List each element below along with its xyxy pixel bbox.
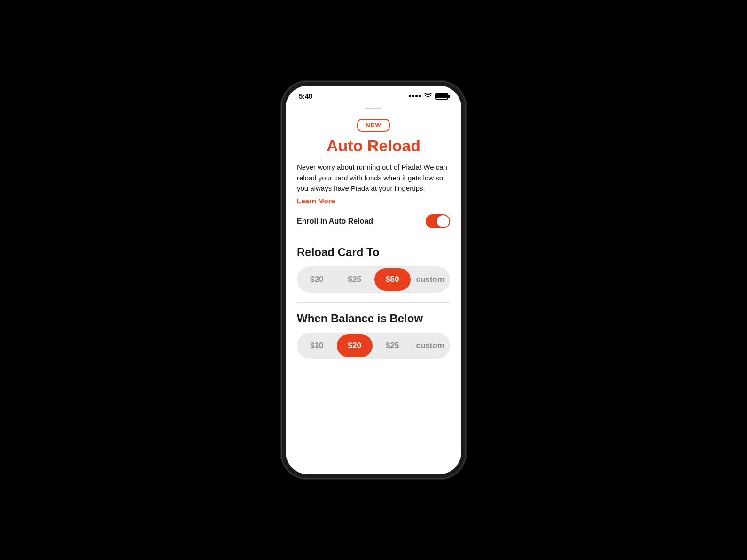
status-icons [409, 93, 448, 100]
battery-icon [435, 93, 448, 100]
status-bar: 5:40 [286, 86, 461, 104]
reload-amount-50[interactable]: $50 [374, 268, 411, 291]
divider-2 [297, 302, 450, 303]
description-text: Never worry about running out of Piada! … [297, 162, 450, 194]
wifi-icon [424, 93, 432, 100]
balance-amount-group: $10 $20 $25 custom [297, 333, 450, 359]
new-badge: NEW [357, 119, 389, 132]
balance-amount-custom[interactable]: custom [412, 334, 449, 357]
signal-icon [409, 95, 421, 97]
status-time: 5:40 [299, 92, 312, 100]
reload-card-section-title: Reload Card To [297, 246, 450, 259]
phone-frame: 5:40 [282, 82, 465, 478]
auto-reload-toggle[interactable] [426, 214, 450, 228]
learn-more-link[interactable]: Learn More [297, 197, 335, 205]
reload-amount-custom[interactable]: custom [412, 268, 449, 291]
reload-amount-20[interactable]: $20 [299, 268, 335, 291]
scroll-handle [286, 104, 461, 111]
divider-1 [297, 236, 450, 236]
reload-amount-25[interactable]: $25 [337, 268, 373, 291]
new-badge-container: NEW [297, 119, 450, 132]
phone-screen: 5:40 [286, 86, 461, 474]
balance-amount-10[interactable]: $10 [299, 334, 335, 357]
enroll-toggle-row: Enroll in Auto Reload [297, 214, 450, 228]
page-content[interactable]: NEW Auto Reload Never worry about runnin… [286, 111, 461, 474]
reload-amount-group: $20 $25 $50 custom [297, 266, 450, 293]
balance-amount-20[interactable]: $20 [337, 334, 373, 357]
page-title: Auto Reload [297, 137, 450, 155]
balance-section-title: When Balance is Below [297, 312, 450, 325]
enroll-label: Enroll in Auto Reload [297, 217, 373, 226]
balance-amount-25[interactable]: $25 [374, 334, 411, 357]
